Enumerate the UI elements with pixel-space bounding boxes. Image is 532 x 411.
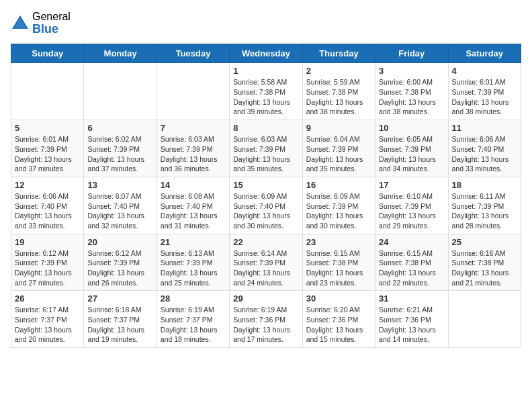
page-header: General Blue	[11, 11, 521, 36]
calendar-cell: 8Sunrise: 6:03 AMSunset: 7:39 PMDaylight…	[230, 120, 302, 177]
day-number: 1	[233, 66, 298, 76]
calendar-cell: 12Sunrise: 6:06 AMSunset: 7:40 PMDayligh…	[11, 177, 84, 234]
day-number: 17	[379, 180, 444, 190]
day-info: Sunrise: 6:09 AMSunset: 7:39 PMDaylight:…	[306, 191, 371, 231]
calendar-cell: 1Sunrise: 5:58 AMSunset: 7:38 PMDaylight…	[230, 63, 302, 120]
day-info: Sunrise: 6:01 AMSunset: 7:39 PMDaylight:…	[15, 134, 80, 174]
day-info: Sunrise: 6:12 AMSunset: 7:39 PMDaylight:…	[15, 248, 80, 288]
day-number: 26	[15, 293, 80, 304]
day-number: 13	[87, 180, 152, 190]
calendar-cell: 9Sunrise: 6:04 AMSunset: 7:39 PMDaylight…	[302, 120, 375, 177]
day-number: 15	[233, 180, 298, 190]
day-info: Sunrise: 6:07 AMSunset: 7:40 PMDaylight:…	[87, 191, 152, 231]
calendar-week-row: 19Sunrise: 6:12 AMSunset: 7:39 PMDayligh…	[11, 234, 521, 291]
calendar-week-row: 26Sunrise: 6:17 AMSunset: 7:37 PMDayligh…	[11, 291, 521, 348]
day-info: Sunrise: 6:17 AMSunset: 7:37 PMDaylight:…	[15, 305, 80, 345]
calendar-cell	[11, 63, 84, 120]
calendar-cell: 27Sunrise: 6:18 AMSunset: 7:37 PMDayligh…	[84, 291, 157, 348]
day-info: Sunrise: 6:19 AMSunset: 7:36 PMDaylight:…	[233, 305, 298, 345]
day-number: 29	[233, 293, 298, 304]
calendar-cell: 4Sunrise: 6:01 AMSunset: 7:39 PMDaylight…	[448, 63, 521, 120]
day-info: Sunrise: 5:59 AMSunset: 7:38 PMDaylight:…	[306, 77, 371, 117]
day-number: 16	[306, 180, 371, 190]
day-number: 11	[452, 123, 517, 133]
day-info: Sunrise: 5:58 AMSunset: 7:38 PMDaylight:…	[233, 77, 298, 117]
day-number: 31	[379, 293, 444, 304]
day-info: Sunrise: 6:00 AMSunset: 7:38 PMDaylight:…	[379, 77, 444, 117]
calendar-cell: 3Sunrise: 6:00 AMSunset: 7:38 PMDaylight…	[375, 63, 448, 120]
calendar-header: SundayMondayTuesdayWednesdayThursdayFrid…	[11, 44, 521, 63]
day-number: 10	[379, 123, 444, 133]
day-info: Sunrise: 6:06 AMSunset: 7:40 PMDaylight:…	[452, 134, 517, 174]
weekday-header: Wednesday	[230, 44, 302, 63]
calendar-cell: 10Sunrise: 6:05 AMSunset: 7:39 PMDayligh…	[375, 120, 448, 177]
day-info: Sunrise: 6:02 AMSunset: 7:39 PMDaylight:…	[87, 134, 152, 174]
day-info: Sunrise: 6:10 AMSunset: 7:39 PMDaylight:…	[379, 191, 444, 231]
calendar-week-row: 12Sunrise: 6:06 AMSunset: 7:40 PMDayligh…	[11, 177, 521, 234]
calendar-table: SundayMondayTuesdayWednesdayThursdayFrid…	[11, 44, 521, 348]
day-number: 7	[161, 123, 226, 133]
day-info: Sunrise: 6:21 AMSunset: 7:36 PMDaylight:…	[379, 305, 444, 345]
weekday-header: Monday	[84, 44, 157, 63]
weekday-row: SundayMondayTuesdayWednesdayThursdayFrid…	[11, 44, 521, 63]
logo-blue: Blue	[32, 23, 71, 36]
calendar-week-row: 5Sunrise: 6:01 AMSunset: 7:39 PMDaylight…	[11, 120, 521, 177]
calendar-cell: 31Sunrise: 6:21 AMSunset: 7:36 PMDayligh…	[375, 291, 448, 348]
logo: General Blue	[11, 11, 71, 36]
calendar-cell: 15Sunrise: 6:09 AMSunset: 7:40 PMDayligh…	[230, 177, 302, 234]
calendar-cell: 22Sunrise: 6:14 AMSunset: 7:39 PMDayligh…	[230, 234, 302, 291]
weekday-header: Friday	[375, 44, 448, 63]
calendar-cell: 13Sunrise: 6:07 AMSunset: 7:40 PMDayligh…	[84, 177, 157, 234]
day-number: 3	[379, 66, 444, 76]
logo-general: General	[32, 11, 71, 23]
calendar-body: 1Sunrise: 5:58 AMSunset: 7:38 PMDaylight…	[11, 63, 521, 348]
day-info: Sunrise: 6:01 AMSunset: 7:39 PMDaylight:…	[452, 77, 517, 117]
calendar-cell: 17Sunrise: 6:10 AMSunset: 7:39 PMDayligh…	[375, 177, 448, 234]
calendar-cell: 5Sunrise: 6:01 AMSunset: 7:39 PMDaylight…	[11, 120, 84, 177]
calendar-cell: 18Sunrise: 6:11 AMSunset: 7:39 PMDayligh…	[448, 177, 521, 234]
day-number: 18	[452, 180, 517, 190]
day-number: 20	[87, 237, 152, 247]
calendar-cell: 30Sunrise: 6:20 AMSunset: 7:36 PMDayligh…	[302, 291, 375, 348]
weekday-header: Tuesday	[157, 44, 229, 63]
day-number: 9	[306, 123, 371, 133]
day-info: Sunrise: 6:20 AMSunset: 7:36 PMDaylight:…	[306, 305, 371, 345]
day-info: Sunrise: 6:05 AMSunset: 7:39 PMDaylight:…	[379, 134, 444, 174]
day-number: 25	[452, 237, 517, 247]
day-number: 2	[306, 66, 371, 76]
day-number: 8	[233, 123, 298, 133]
day-info: Sunrise: 6:14 AMSunset: 7:39 PMDaylight:…	[233, 248, 298, 288]
calendar-cell: 2Sunrise: 5:59 AMSunset: 7:38 PMDaylight…	[302, 63, 375, 120]
calendar-cell: 26Sunrise: 6:17 AMSunset: 7:37 PMDayligh…	[11, 291, 84, 348]
day-info: Sunrise: 6:13 AMSunset: 7:39 PMDaylight:…	[161, 248, 226, 288]
day-number: 4	[452, 66, 517, 76]
day-number: 21	[161, 237, 226, 247]
calendar-cell: 19Sunrise: 6:12 AMSunset: 7:39 PMDayligh…	[11, 234, 84, 291]
calendar-cell: 23Sunrise: 6:15 AMSunset: 7:38 PMDayligh…	[302, 234, 375, 291]
calendar-cell: 14Sunrise: 6:08 AMSunset: 7:40 PMDayligh…	[157, 177, 229, 234]
day-info: Sunrise: 6:03 AMSunset: 7:39 PMDaylight:…	[233, 134, 298, 174]
day-info: Sunrise: 6:15 AMSunset: 7:38 PMDaylight:…	[306, 248, 371, 288]
day-info: Sunrise: 6:16 AMSunset: 7:38 PMDaylight:…	[452, 248, 517, 288]
calendar-cell: 11Sunrise: 6:06 AMSunset: 7:40 PMDayligh…	[448, 120, 521, 177]
day-info: Sunrise: 6:08 AMSunset: 7:40 PMDaylight:…	[161, 191, 226, 231]
day-info: Sunrise: 6:18 AMSunset: 7:37 PMDaylight:…	[87, 305, 152, 345]
weekday-header: Sunday	[11, 44, 84, 63]
calendar-cell	[448, 291, 521, 348]
day-info: Sunrise: 6:03 AMSunset: 7:39 PMDaylight:…	[161, 134, 226, 174]
day-info: Sunrise: 6:12 AMSunset: 7:39 PMDaylight:…	[87, 248, 152, 288]
calendar-cell	[157, 63, 229, 120]
day-number: 27	[87, 293, 152, 304]
day-info: Sunrise: 6:04 AMSunset: 7:39 PMDaylight:…	[306, 134, 371, 174]
day-number: 28	[161, 293, 226, 304]
calendar-cell: 16Sunrise: 6:09 AMSunset: 7:39 PMDayligh…	[302, 177, 375, 234]
day-info: Sunrise: 6:15 AMSunset: 7:38 PMDaylight:…	[379, 248, 444, 288]
day-info: Sunrise: 6:06 AMSunset: 7:40 PMDaylight:…	[15, 191, 80, 231]
day-number: 22	[233, 237, 298, 247]
calendar-cell: 28Sunrise: 6:19 AMSunset: 7:37 PMDayligh…	[157, 291, 229, 348]
day-info: Sunrise: 6:11 AMSunset: 7:39 PMDaylight:…	[452, 191, 517, 231]
calendar-week-row: 1Sunrise: 5:58 AMSunset: 7:38 PMDaylight…	[11, 63, 521, 120]
logo-icon	[11, 14, 30, 33]
day-number: 24	[379, 237, 444, 247]
weekday-header: Thursday	[302, 44, 375, 63]
